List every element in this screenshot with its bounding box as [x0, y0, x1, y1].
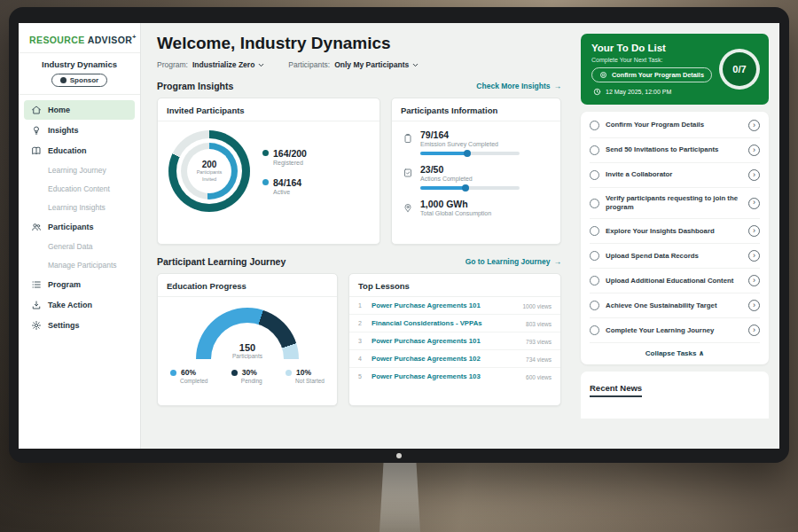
legend-dot	[262, 150, 269, 156]
dashboard-screen: RESOURCE ADVISOR+ Industry Dynamics Spon…	[19, 23, 779, 449]
chevron-right-icon[interactable]: ›	[748, 198, 760, 209]
lesson-link[interactable]: Power Purchase Agreements 101	[372, 337, 520, 345]
chevron-right-icon[interactable]: ›	[748, 300, 760, 311]
nav-label: Learning Insights	[48, 203, 106, 212]
task-achieve-sustainability-target[interactable]: Achieve One Sustainability Target ›	[590, 293, 760, 318]
chevron-right-icon[interactable]: ›	[748, 120, 760, 131]
legend-value: 60%	[181, 368, 196, 377]
lesson-link[interactable]: Power Purchase Agreements 101	[372, 301, 516, 309]
collapse-tasks-button[interactable]: Collapse Tasks ∧	[590, 343, 760, 361]
arrow-right-icon: →	[554, 82, 562, 90]
sidebar-item-education[interactable]: Education	[24, 141, 135, 160]
checkbox-icon[interactable]	[590, 325, 599, 335]
lesson-views-suffix: views	[536, 374, 552, 380]
link-label: Check More Insights	[476, 82, 550, 90]
sidebar-nav: Home Insights Education Learning Journey…	[19, 100, 140, 335]
nav-label: Insights	[48, 126, 79, 135]
sidebar-item-general-data[interactable]: General Data	[24, 238, 135, 255]
list-icon	[31, 279, 42, 290]
legend-dot	[286, 370, 292, 376]
task-explore-insights[interactable]: Explore Your Insights Dashboard ›	[590, 219, 760, 244]
donut-center-label: 200 Participants Invited	[168, 130, 250, 212]
chevron-right-icon[interactable]: ›	[748, 275, 760, 286]
section-title: Program Insights	[157, 81, 233, 91]
location-pin-icon	[403, 200, 413, 211]
lesson-rank: 4	[358, 356, 365, 362]
sidebar-item-program[interactable]: Program	[24, 275, 135, 294]
task-label: Verify participants requesting to join t…	[606, 194, 742, 212]
sponsor-label: Sponsor	[70, 76, 98, 84]
lesson-link[interactable]: Power Purchase Agreements 103	[372, 372, 520, 380]
stat-value: 1,000 GWh	[420, 199, 491, 209]
legend-label: Not Started	[295, 378, 325, 384]
legend-label: Completed	[180, 378, 207, 384]
sidebar-item-home[interactable]: Home	[24, 100, 135, 120]
download-icon	[31, 300, 42, 310]
checkbox-icon[interactable]	[590, 199, 599, 208]
gauge-center-label: 150 Participants	[196, 342, 299, 359]
chevron-right-icon[interactable]: ›	[748, 325, 760, 336]
check-more-insights-link[interactable]: Check More Insights →	[476, 82, 561, 90]
photo-background: RESOURCE ADVISOR+ Industry Dynamics Spon…	[0, 0, 798, 532]
sidebar-item-learning-journey[interactable]: Learning Journey	[24, 161, 135, 179]
stat-label: Emission Survey Completed	[420, 141, 520, 147]
sidebar-item-learning-insights[interactable]: Learning Insights	[24, 199, 135, 216]
task-list-card: Confirm Your Program Details › Send 50 I…	[581, 112, 769, 364]
task-complete-learning-journey[interactable]: Complete Your Learning Journey ›	[590, 318, 760, 343]
chevron-right-icon[interactable]: ›	[748, 250, 760, 262]
stat-value: 23/50	[420, 164, 520, 175]
next-task-label: Confirm Your Program Details	[612, 71, 704, 79]
lesson-link[interactable]: Power Purchase Agreements 102	[372, 355, 520, 363]
card-title: Participants Information	[392, 98, 560, 121]
sidebar-item-manage-participants[interactable]: Manage Participants	[24, 256, 135, 274]
lesson-views-suffix: views	[536, 321, 552, 327]
go-to-learning-journey-link[interactable]: Go to Learning Journey →	[466, 257, 561, 266]
nav-label: Home	[48, 106, 70, 114]
next-task-pill[interactable]: Confirm Your Program Details	[591, 67, 712, 82]
legend-label: Active	[273, 189, 307, 195]
sidebar-item-insights[interactable]: Insights	[24, 121, 135, 140]
lesson-rank: 2	[358, 320, 365, 326]
checkbox-icon[interactable]	[590, 121, 599, 130]
logo-plus: +	[132, 34, 137, 40]
task-invite-collaborator[interactable]: Invite a Collaborator ›	[590, 163, 760, 188]
checkbox-icon[interactable]	[590, 276, 599, 286]
task-verify-participants[interactable]: Verify participants requesting to join t…	[590, 188, 760, 219]
task-upload-spend-data[interactable]: Upload Spend Data Records ›	[590, 244, 760, 269]
legend-label: Registered	[273, 160, 307, 166]
sponsor-badge[interactable]: Sponsor	[51, 74, 107, 87]
task-label: Invite a Collaborator	[606, 170, 742, 179]
chevron-right-icon[interactable]: ›	[748, 145, 760, 156]
todo-subtitle: Complete Your Next Task:	[591, 57, 712, 63]
checkbox-icon[interactable]	[590, 301, 599, 310]
checkbox-icon[interactable]	[590, 226, 599, 236]
participants-dropdown[interactable]: Only My Participants	[334, 60, 419, 69]
logo-part-advisor: ADVISOR	[88, 35, 133, 45]
gear-icon	[31, 320, 42, 331]
top-lessons-card: Top Lessons 1 Power Purchase Agreements …	[348, 273, 561, 406]
legend-item-registered: 164/200 Registered	[262, 148, 307, 166]
checkbox-icon[interactable]	[590, 251, 599, 261]
task-label: Complete Your Learning Journey	[606, 326, 742, 335]
lesson-row: 2 Financial Considerations - VPPAs 803 v…	[349, 315, 560, 332]
donut-center-text: Participants	[197, 169, 223, 176]
task-send-invitations[interactable]: Send 50 Invitations to Participants ›	[590, 138, 760, 163]
chevron-right-icon[interactable]: ›	[748, 225, 760, 237]
nav-label: Education Content	[48, 184, 110, 193]
checkbox-icon[interactable]	[590, 145, 599, 155]
sidebar-item-participants[interactable]: Participants	[24, 217, 135, 237]
education-progress-card: Education Progress 150 Participants 60	[157, 273, 338, 406]
task-confirm-program-details[interactable]: Confirm Your Program Details ›	[590, 113, 760, 138]
checkbox-icon[interactable]	[590, 170, 599, 180]
sidebar-item-education-content[interactable]: Education Content	[24, 180, 135, 198]
lesson-views-count: 600	[526, 374, 536, 380]
lesson-link[interactable]: Financial Considerations - VPPAs	[372, 319, 520, 327]
chevron-right-icon[interactable]: ›	[748, 169, 760, 181]
program-dropdown[interactable]: Industrialize Zero	[192, 60, 265, 69]
legend-dot	[231, 370, 238, 376]
task-upload-educational-content[interactable]: Upload Additional Educational Content ›	[590, 269, 760, 293]
sidebar-item-take-action[interactable]: Take Action	[24, 295, 135, 315]
sidebar-item-settings[interactable]: Settings	[24, 316, 135, 335]
lesson-views-count: 793	[526, 339, 536, 345]
book-icon	[31, 145, 42, 156]
